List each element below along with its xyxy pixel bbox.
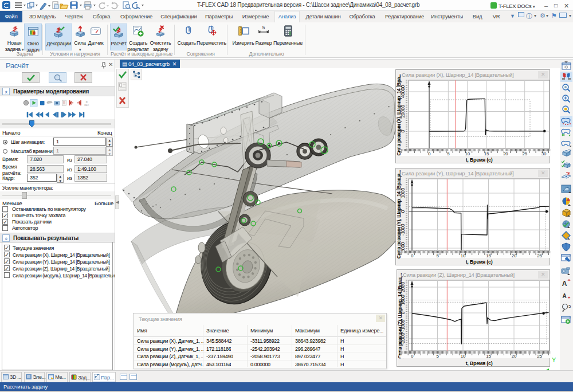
svg-text:20: 20 — [503, 151, 508, 156]
svg-text:10: 10 — [465, 151, 470, 156]
svg-text:15: 15 — [486, 253, 491, 258]
svg-text:25: 25 — [537, 253, 542, 258]
svg-text:5: 5 — [262, 25, 265, 30]
svg-text:Сила реакции (Z), Шарнир_14 [В: Сила реакции (Z), Шарнир_14 [Вращ... — [397, 273, 403, 358]
svg-text:15: 15 — [484, 151, 489, 156]
svg-text:10: 10 — [461, 354, 466, 359]
svg-text:t, Время (с): t, Время (с) — [466, 360, 493, 366]
svg-text:25: 25 — [537, 354, 542, 359]
svg-text:20: 20 — [512, 253, 517, 258]
svg-text:25: 25 — [523, 151, 528, 156]
svg-text:5: 5 — [568, 304, 571, 309]
svg-text:30: 30 — [541, 151, 547, 156]
svg-text:A: A — [562, 280, 567, 288]
svg-text:t, Время (с): t, Время (с) — [466, 157, 493, 163]
svg-text:Сила реакции (X), Шарнир_14 [В: Сила реакции (X), Шарнир_14 [Вра... — [396, 74, 402, 156]
svg-text:Сила реакции (Y), Шарнир_14 [В: Сила реакции (Y), Шарнир_14 [Враща... — [396, 170, 402, 258]
svg-text:20: 20 — [512, 354, 517, 359]
svg-text:t, Время (с): t, Время (с) — [466, 259, 493, 265]
svg-text:15: 15 — [486, 354, 491, 359]
svg-text:REC: REC — [84, 104, 89, 107]
svg-text:10: 10 — [461, 253, 466, 258]
svg-text:Y: Y — [552, 356, 556, 363]
svg-text:X: X — [85, 100, 88, 104]
svg-text:A: A — [563, 293, 567, 299]
